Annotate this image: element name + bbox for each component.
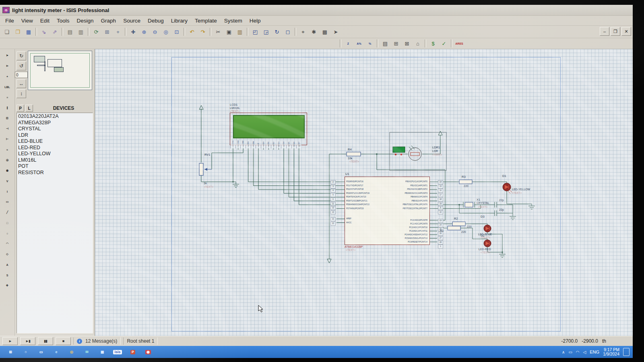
tray-expand-icon[interactable]: ∧	[562, 350, 565, 354]
voltage-probe-mode[interactable]: V	[2, 176, 12, 186]
make-device-icon[interactable]: ✱	[309, 27, 319, 37]
2d-text-mode[interactable]: A	[2, 260, 12, 269]
block-move-icon[interactable]: ◲	[261, 27, 271, 37]
simulate-step-button[interactable]: ►▮	[20, 337, 35, 345]
zoom-in-icon[interactable]: ⊕	[139, 27, 149, 37]
menu-item[interactable]: Library	[167, 17, 191, 25]
device-pin-mode[interactable]: ⊢	[2, 134, 12, 144]
design-explorer-icon[interactable]: ▤	[380, 39, 390, 49]
tape-recorder-mode[interactable]: ◎	[2, 155, 12, 165]
menu-item[interactable]: Source	[120, 17, 144, 25]
menu-item[interactable]: Graph	[97, 17, 120, 25]
graph-mode[interactable]: ≈	[2, 145, 12, 154]
rotate-clockwise-button[interactable]: ↻	[17, 51, 26, 60]
selection-pointer-mode[interactable]: ➤	[2, 51, 12, 60]
device-list-item[interactable]: LED-BLUE	[17, 138, 93, 145]
zoom-area-icon[interactable]: ⊡	[171, 27, 182, 37]
device-list-item[interactable]: LDR	[17, 132, 93, 139]
edge-browser-icon[interactable]: e	[49, 347, 64, 357]
print-icon[interactable]: ▤	[65, 27, 75, 37]
undo-icon[interactable]: ↶	[187, 27, 197, 37]
device-list-item[interactable]: POT	[17, 163, 93, 170]
open-folder-icon[interactable]: ❐	[12, 27, 23, 37]
block-copy-icon[interactable]: ◰	[250, 27, 260, 37]
mirror-vertical-button[interactable]: ↕	[17, 89, 26, 98]
menu-item[interactable]: Template	[191, 17, 221, 25]
close-button[interactable]: ✕	[621, 27, 631, 36]
netlist-to-ares-icon[interactable]: ARES	[454, 39, 464, 49]
message-indicator[interactable]: i 12 Message(s)	[73, 337, 121, 345]
save-icon[interactable]: ▦	[23, 27, 34, 37]
redo-icon[interactable]: ↷	[198, 27, 208, 37]
2d-line-mode[interactable]: ╱	[2, 208, 12, 217]
2d-path-mode[interactable]: ◇	[2, 249, 12, 259]
2d-symbol-mode[interactable]: S	[2, 270, 12, 280]
virtual-instruments-mode[interactable]: ▭	[2, 197, 12, 207]
grid-toggle-icon[interactable]: ⊞	[102, 27, 112, 37]
false-origin-icon[interactable]: +	[113, 27, 123, 37]
volume-icon[interactable]: ◁	[583, 350, 586, 354]
mail-icon[interactable]: ✉	[80, 347, 94, 357]
menu-item[interactable]: Help	[246, 17, 264, 25]
pick-device-icon[interactable]: ⌖	[298, 27, 308, 37]
decompose-icon[interactable]: ➤	[330, 27, 341, 37]
overview-preview[interactable]	[28, 51, 92, 90]
simulate-stop-button[interactable]: ■	[56, 337, 71, 345]
subcircuit-mode[interactable]: ⊡	[2, 113, 12, 123]
menu-item[interactable]: View	[18, 17, 37, 25]
schematic-canvas[interactable]: LCD1 LM016L <TEXT> VSSVDDVEERSRWED0D1D2D…	[95, 49, 633, 336]
menu-item[interactable]: System	[221, 17, 246, 25]
terminal-mode[interactable]: ⊣	[2, 124, 12, 134]
browser-icon[interactable]: ◎	[64, 347, 79, 357]
taskbar-clock[interactable]: 9:17 PM 1/9/2024	[603, 348, 619, 356]
mirror-horizontal-button[interactable]: ↔	[17, 79, 26, 88]
2d-box-mode[interactable]: □	[2, 218, 12, 228]
text-script-mode[interactable]: ≡	[2, 93, 12, 102]
generator-mode[interactable]: ◉	[2, 166, 12, 175]
import-icon[interactable]: ⇘	[39, 27, 49, 37]
library-button[interactable]: L	[25, 105, 33, 112]
block-rotate-icon[interactable]: ↻	[272, 27, 282, 37]
export-icon[interactable]: ⇗	[50, 27, 60, 37]
junction-dot-mode[interactable]: +	[2, 72, 12, 81]
device-list-item[interactable]: 02013A220JAT2A	[17, 113, 93, 120]
zoom-out-icon[interactable]: ⊖	[150, 27, 160, 37]
menu-item[interactable]: Edit	[37, 17, 53, 25]
store-icon[interactable]: ▦	[95, 347, 109, 357]
current-probe-mode[interactable]: I	[2, 187, 12, 196]
maximize-button[interactable]: ❐	[611, 27, 620, 36]
pick-devices-button[interactable]: P	[17, 105, 24, 112]
goto-sheet-icon[interactable]: ⌂	[413, 39, 423, 49]
remove-sheet-icon[interactable]: ⊠	[402, 39, 412, 49]
start-button[interactable]: ⊞	[3, 347, 18, 357]
new-sheet-icon[interactable]: ⊞	[391, 39, 401, 49]
component-mode[interactable]: ⊳	[2, 61, 12, 71]
wire-label-mode[interactable]: LBL	[2, 82, 12, 92]
device-list-item[interactable]: LM016L	[17, 157, 93, 164]
search-icon[interactable]: ○	[19, 347, 33, 357]
redraw-icon[interactable]: ⟳	[91, 27, 101, 37]
bus-mode[interactable]: ∥	[2, 103, 12, 113]
property-assignment-icon[interactable]: %	[365, 39, 375, 49]
menu-item[interactable]: Design	[73, 17, 97, 25]
device-list-item[interactable]: LED-YELLOW	[17, 151, 93, 157]
bill-of-materials-icon[interactable]: $	[428, 39, 438, 49]
device-list-item[interactable]: LED-RED	[17, 145, 93, 151]
mark-output-icon[interactable]: ▥	[76, 27, 86, 37]
notification-center-icon[interactable]	[623, 348, 630, 356]
device-list-item[interactable]: CRYSTAL	[17, 126, 93, 132]
isis-taskbar-icon[interactable]: isis	[110, 347, 125, 357]
paste-icon[interactable]: ▥	[235, 27, 245, 37]
task-view-icon[interactable]: ▭	[34, 347, 48, 357]
menu-item[interactable]: File	[2, 17, 18, 25]
device-list-item[interactable]: ATMEGA328P	[17, 120, 93, 126]
media-app-icon[interactable]: ◉	[141, 347, 155, 357]
new-file-icon[interactable]: ❏	[2, 27, 12, 37]
packaging-tool-icon[interactable]: ▩	[320, 27, 330, 37]
wifi-icon[interactable]: ◠	[576, 350, 580, 354]
zoom-all-icon[interactable]: ◎	[161, 27, 171, 37]
rotation-angle-input[interactable]	[15, 72, 28, 78]
wire-autorouter-icon[interactable]: Z	[343, 39, 353, 49]
powerpoint-icon[interactable]: P	[126, 347, 140, 357]
device-list[interactable]: 02013A220JAT2AATMEGA328PCRYSTALLDRLED-BL…	[17, 113, 93, 333]
